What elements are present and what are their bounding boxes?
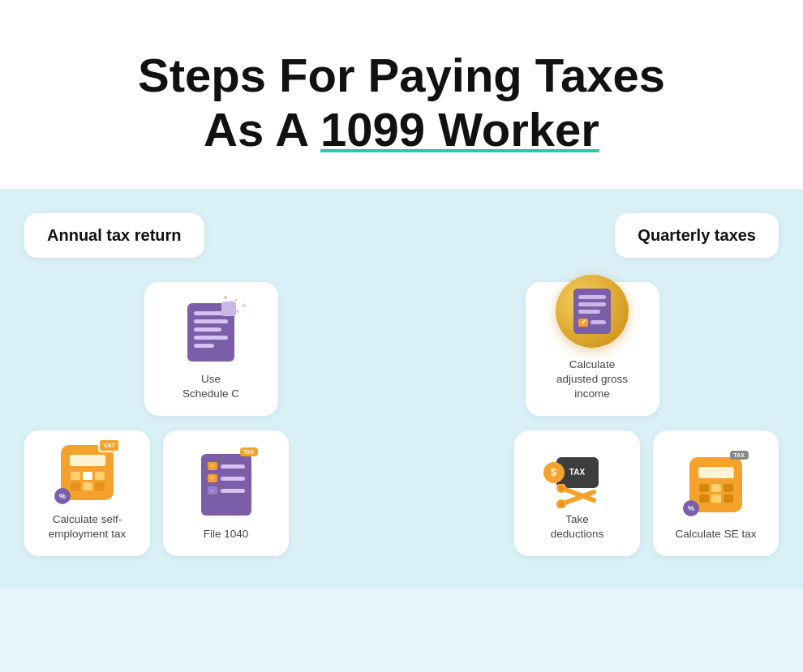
card-calc-adjusted: ✓ Calculate adjusted gross income — [526, 282, 659, 416]
row1-right: ✓ Calculate adjusted gross income — [406, 282, 779, 416]
document-shape — [187, 303, 234, 362]
self-employment-icon: VAT % — [55, 442, 120, 503]
card-calc-self-employment: VAT % Calculate self — [24, 430, 150, 556]
card-calc-se-tax-label: Calculate SE tax — [676, 527, 757, 541]
card-calc-adjusted-label: Calculate adjusted gross income — [556, 357, 628, 402]
svg-point-9 — [559, 486, 564, 490]
row-2: VAT % Calculate self — [24, 430, 779, 556]
svg-point-10 — [559, 502, 564, 507]
row2-left-group: VAT % Calculate self — [24, 430, 289, 556]
main-title: Steps For Paying Taxes As A 1099 Worker — [16, 49, 787, 156]
card-file-1040-label: File 1040 — [204, 527, 249, 541]
schedule-c-icon — [173, 293, 250, 362]
card-schedule-c: Use Schedule C — [144, 282, 278, 416]
svg-point-2 — [224, 296, 227, 299]
svg-point-3 — [242, 304, 246, 308]
scissors-svg-icon — [553, 484, 602, 508]
se-tax-icon: TAX % — [684, 452, 749, 517]
card-file-1040: TAX ✓ ✓ ~ — [163, 430, 289, 556]
take-deductions-icon: TAX $ — [545, 442, 610, 503]
card-take-deductions-label: Take deductions — [551, 512, 603, 541]
svg-point-1 — [236, 310, 239, 313]
card-self-employment-label: Calculate self- employment tax — [49, 512, 126, 541]
content-section: Annual tax return Quarterly taxes — [0, 189, 803, 589]
row1-left: Use Schedule C — [24, 282, 397, 416]
tabs-row: Annual tax return Quarterly taxes — [24, 213, 779, 258]
file-1040-icon: TAX ✓ ✓ ~ — [194, 452, 259, 517]
card-take-deductions: TAX $ — [514, 430, 640, 556]
card-calc-se-tax: TAX % Calculate SE t — [653, 430, 779, 556]
row-1: Use Schedule C ✓ — [24, 282, 779, 416]
tab-annual[interactable]: Annual tax return — [24, 213, 204, 258]
tab-quarterly[interactable]: Quarterly taxes — [615, 213, 779, 258]
header-section: Steps For Paying Taxes As A 1099 Worker — [0, 0, 803, 189]
highlight-text: 1099 Worker — [320, 103, 599, 156]
row2-right-group: TAX $ — [514, 430, 779, 556]
calc-adjusted-icon: ✓ — [554, 275, 631, 348]
card-schedule-c-label: Use Schedule C — [182, 372, 239, 401]
